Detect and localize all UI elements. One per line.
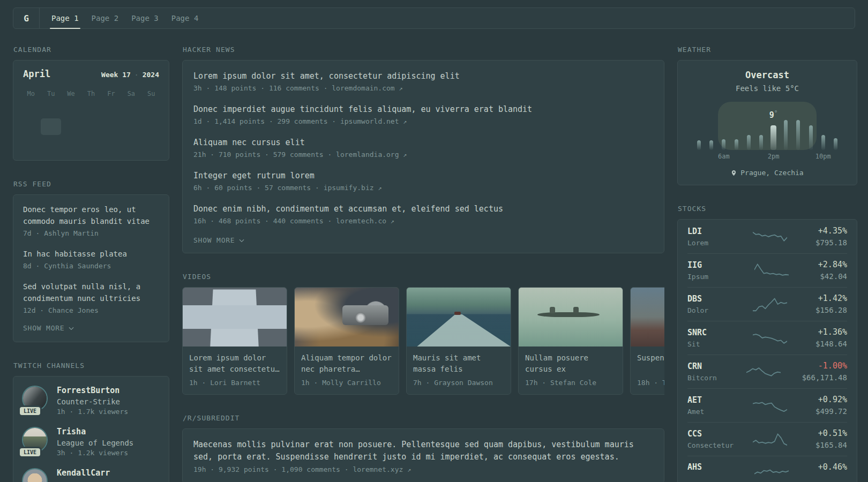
stock-symbol[interactable]: LDI [687,227,739,236]
rss-item-title[interactable]: In hac habitasse platea [23,248,159,260]
video-thumbnail[interactable] [519,288,623,347]
twitch-avatar-wrap [23,469,48,482]
hn-item: Lorem ipsum dolor sit amet, consectetur … [193,70,653,92]
stock-row[interactable]: AET Amet +0.92% $499.72 [687,388,847,422]
stock-row[interactable]: AHS +0.46% [687,456,847,482]
twitch-channel[interactable]: KendallCarr [23,468,159,482]
stock-info: CCS Consectetur [687,429,739,449]
stock-symbol[interactable]: IIG [687,260,739,270]
top-nav: G Page 1Page 2Page 3Page 4 [13,7,855,29]
twitch-channel-name[interactable]: ForrestBurton [57,386,128,395]
video-card[interactable]: Lorem ipsum dolor sit amet consectetu… 1… [182,287,287,395]
videos-section-label: VIDEOS [183,273,664,281]
twitch-channel-game[interactable]: League of Legends [57,439,133,447]
video-card[interactable]: Mauris sit amet massa felis 7h · Grayson… [406,287,511,395]
nav-tab[interactable]: Page 4 [171,8,199,28]
video-thumbnail[interactable] [631,288,664,347]
twitch-channel-name[interactable]: Trisha [57,427,133,436]
stock-row[interactable]: CCS Consectetur +0.51% $165.84 [687,422,847,456]
video-card[interactable]: Aliquam tempor dolor nec pharetra… 1h · … [294,287,399,395]
stock-change-percent: +1.42% [815,293,847,303]
rss-item-title[interactable]: Sed volutpat nulla nisl, a condimentum n… [23,281,159,304]
app-logo[interactable]: G [13,8,39,28]
calendar-day [61,135,81,152]
hn-item-title[interactable]: Lorem ipsum dolor sit amet, consectetur … [193,70,653,82]
twitch-avatar-wrap: LIVE [23,428,48,453]
twitch-channel[interactable]: LIVE Trisha League of Legends 3h · 1.2k … [23,427,159,457]
video-thumbnail[interactable] [295,288,399,347]
rss-item-title[interactable]: Donec tempor eros leo, ut commodo mauris… [23,204,159,227]
twitch-channel-name[interactable]: KendallCarr [57,468,110,478]
subreddit-section-label: /R/SUBREDDIT [183,414,664,422]
calendar-day [101,135,121,152]
video-card[interactable]: Nullam posuere cursus ex 17h · Stefan Co… [518,287,623,395]
weather-tick-label: 10pm [815,153,831,160]
rss-item-meta: 8d · Cynthia Saunders [23,262,159,270]
nav-tab[interactable]: Page 2 [92,8,119,28]
external-link-icon: ↗ [407,466,411,473]
stock-info: LDI Lorem [687,227,739,247]
nav-tab-label: Page 1 [51,14,79,22]
stock-row[interactable]: DBS Dolor +1.42% $156.28 [687,287,847,321]
hn-item-domain-link[interactable]: loremdomain.com [332,84,394,92]
twitch-channel[interactable]: LIVE ForrestBurton Counter-Strike 1h · 1… [23,386,159,416]
twitch-channel-info: Trisha League of Legends 3h · 1.2k viewe… [57,427,133,457]
stock-row[interactable]: CRN Bitcorn -1.00% $66,171.48 [687,355,847,388]
video-title[interactable]: Nullam posuere cursus ex [525,352,616,375]
nav-tab-label: Page 4 [171,14,199,22]
avatar[interactable] [23,469,47,482]
video-title[interactable]: Lorem ipsum dolor sit amet consectetu… [189,352,280,375]
calendar-day [61,118,81,135]
external-link-icon: ↗ [378,184,381,192]
video-card[interactable]: Suspendisse diam 18h · Tara [630,287,664,395]
stock-symbol[interactable]: DBS [687,294,739,304]
hn-item-domain-link[interactable]: loremlandia.org [336,150,399,159]
twitch-channel-game[interactable]: Counter-Strike [57,397,128,406]
weather-hour-bar [809,125,813,150]
weather-tick-label: 2pm [768,153,780,160]
video-thumbnail[interactable] [407,288,511,347]
rss-section-label: RSS FEED [13,180,169,188]
weather-hour-bar [834,138,837,150]
stock-symbol[interactable]: CCS [687,429,739,439]
stock-symbol[interactable]: AET [687,395,739,405]
stock-price: $165.84 [815,441,847,449]
calendar-day [81,135,101,152]
daylight-region [718,102,816,150]
weather-section: WEATHER Overcast Feels like 5°C 9° 6am2p… [677,46,857,185]
hn-item-domain-link[interactable]: ipsumify.biz [324,184,374,192]
hn-item-title[interactable]: Donec imperdiet augue tincidunt felis al… [193,103,653,115]
hn-show-more-button[interactable]: SHOW MORE [193,236,653,244]
video-thumbnail[interactable] [183,288,287,347]
stock-row[interactable]: LDI Lorem +4.35% $795.18 [687,220,847,253]
stock-row[interactable]: SNRC Sit +1.36% $148.64 [687,321,847,355]
hn-item-stats: 3h · 148 points · 116 comments · [193,84,332,92]
hn-item-domain-link[interactable]: loremtech.co [336,217,386,225]
stock-symbol[interactable]: AHS [687,462,739,472]
video-title[interactable]: Aliquam tempor dolor nec pharetra… [301,352,392,375]
calendar-widget: April Week 17 · 2024 MoTuWeThFrSaSu [13,60,169,161]
stock-values: +4.35% $795.18 [815,226,847,247]
calendar-day [141,118,161,135]
weather-hour-bar [759,135,763,150]
subreddit-post-title[interactable]: Maecenas mollis pulvinar erat non posuer… [193,439,653,463]
weather-hour-bar [821,135,825,150]
video-title[interactable]: Suspendisse diam [637,352,664,375]
rss-show-more-button[interactable]: SHOW MORE [23,324,159,332]
twitch-avatar-wrap: LIVE [23,387,48,411]
nav-tab[interactable]: Page 3 [131,8,159,28]
stock-symbol[interactable]: SNRC [687,328,739,337]
hn-item-meta: 6h · 60 points · 57 comments · ipsumify.… [193,184,653,192]
weather-hour-bar [796,120,800,150]
stock-name [687,475,739,482]
hn-item-title[interactable]: Donec enim nibh, condimentum et accumsan… [193,203,653,215]
hn-item-domain-link[interactable]: ipsumworld.net [340,117,399,125]
stock-row[interactable]: IIG Ipsum +2.84% $42.04 [687,253,847,287]
nav-tab-label: Page 3 [131,14,159,22]
nav-tab[interactable]: Page 1 [51,8,79,28]
hn-item-title[interactable]: Aliquam nec cursus elit [193,137,653,148]
stock-symbol[interactable]: CRN [687,362,739,371]
subreddit-domain-link[interactable]: loremnet.xyz [353,465,403,473]
hn-item-title[interactable]: Integer eget rutrum lorem [193,170,653,182]
video-title[interactable]: Mauris sit amet massa felis [413,352,504,375]
